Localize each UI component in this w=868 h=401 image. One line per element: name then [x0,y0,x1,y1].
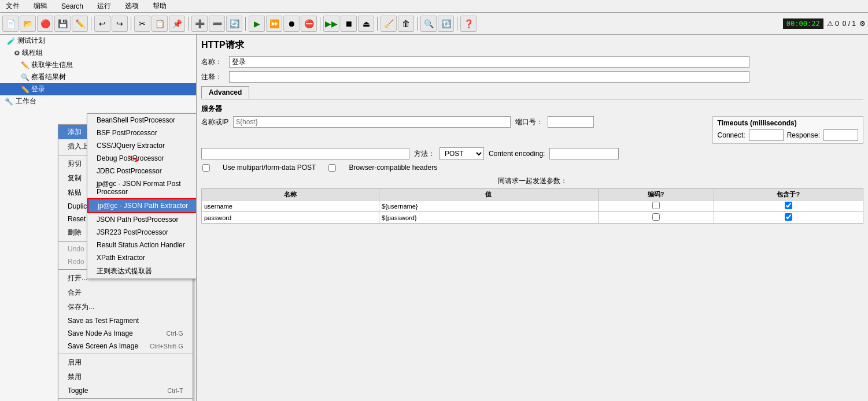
param-name-2: password [202,212,379,224]
undo-button[interactable]: ↩ [94,16,110,32]
expand-button[interactable]: ➕ [191,16,208,32]
open-button[interactable]: 📂 [20,16,36,32]
multipart-checkbox[interactable] [202,164,210,172]
test-plan-icon: 🧪 [7,37,16,45]
col-name: 名称 [202,189,379,200]
clear-all-button[interactable]: 🗑 [398,16,414,32]
tree-thread-group[interactable]: ⚙ 线程组 [0,47,196,59]
post-jdbc[interactable]: JDBC PostProcessor [87,165,197,177]
menu-bar: 文件 编辑 Search 运行 选项 帮助 [0,0,868,13]
save-all-button[interactable]: 💾 [54,16,71,32]
encoded-checkbox-2[interactable] [652,213,660,221]
new-button[interactable]: 📄 [2,16,19,32]
param-encoded-1 [598,200,714,212]
revert-button[interactable]: ✏️ [72,16,88,32]
tree-test-plan[interactable]: 🧪 测试计划 [0,35,196,47]
reset-button[interactable]: 🔃 [438,16,454,32]
response-input[interactable] [823,129,858,141]
main-layout: 🧪 测试计划 ⚙ 线程组 ✏️ 获取学生信息 🔍 察看结果树 ✏️ 登录 🔧 工… [0,35,868,401]
remote-start-button[interactable]: ▶▶ [323,16,339,32]
ctx-save-test-fragment[interactable]: Save as Test Fragment [58,314,193,327]
post-xpath[interactable]: XPath Extractor [87,251,197,264]
toolbar-right: 00:00:22 ⚠ 0 0 / 1 ⚙ [783,18,866,29]
connect-input[interactable] [749,129,784,141]
paste-button[interactable]: 📌 [169,16,185,32]
included-checkbox-2[interactable] [785,213,792,221]
panel-title: HTTP请求 [201,39,863,51]
collapse-button[interactable]: ➖ [209,16,225,32]
stop-now-button[interactable]: ⛔ [301,16,317,32]
post-bsf[interactable]: BSF PostProcessor [87,127,197,139]
ctx-enable[interactable]: 启用 [58,355,193,370]
fetch-label: 获取学生信息 [31,60,73,70]
post-debug-label: Debug PostProcessor [97,154,164,162]
ctx-save-screen-image-label: Save Screen As Image [68,342,138,350]
clear-button[interactable]: 🧹 [381,16,397,32]
ctx-toggle[interactable]: Toggle Ctrl-T [58,384,193,397]
rotate-button[interactable]: 🔄 [226,16,242,32]
ctx-cut-label: 剪切 [68,159,82,169]
ctx-open-label: 打开... [68,273,87,283]
comment-input[interactable] [229,71,749,83]
post-debug[interactable]: Debug PostProcessor [87,152,197,165]
post-json-format[interactable]: jp@gc - JSON Format Post Processor [87,177,197,198]
post-json-path[interactable]: jp@gc - JSON Path Extractor [87,198,197,213]
encoding-input[interactable] [549,148,619,159]
post-json-post-label: JSON Path PostProcessor [97,216,178,224]
tree-item-fetch[interactable]: ✏️ 获取学生信息 [0,59,196,71]
post-json-path-label: jp@gc - JSON Path Extractor [98,202,188,210]
tab-advanced[interactable]: Advanced [201,86,249,99]
port-input[interactable] [548,116,594,128]
remote-stop-button[interactable]: ⏹ [341,16,357,32]
ctx-save-as[interactable]: 保存为... [58,300,193,314]
post-json-post[interactable]: JSON Path PostProcessor [87,213,197,226]
ctx-merge[interactable]: 合并 [58,285,193,300]
content-panel: HTTP请求 名称： 注释： Advanced 服务器 名称或IP 端口号： [197,35,868,401]
ctx-disable[interactable]: 禁用 [58,370,193,384]
copy-button[interactable]: 📋 [152,16,168,32]
menu-help[interactable]: 帮助 [149,0,170,12]
tab-bar: Advanced [201,86,863,99]
method-select[interactable]: POST GET PUT DELETE [439,147,484,160]
tree-item-results[interactable]: 🔍 察看结果树 [0,71,196,83]
remote-stop-now-button[interactable]: ⏏ [358,16,374,32]
help-button[interactable]: ❓ [460,16,477,32]
tree-item-login[interactable]: ✏️ 登录 [0,83,196,95]
post-css[interactable]: CSS/JQuery Extractor [87,139,197,152]
post-result-status[interactable]: Result Status Action Handler [87,239,197,251]
menu-edit[interactable]: 编辑 [30,0,51,12]
ctx-save-node-image-shortcut: Ctrl-G [167,330,183,337]
menu-file[interactable]: 文件 [2,0,23,12]
start-button[interactable]: ▶ [249,16,265,32]
settings-icon[interactable]: ⚙ [859,20,866,28]
ctx-save-test-fragment-label: Save as Test Fragment [68,317,139,325]
encoded-checkbox-1[interactable] [652,202,660,209]
post-beanshell-label: BeanShell PostProcessor [97,116,175,124]
stop-button[interactable]: ⏺ [283,16,300,32]
cut-button[interactable]: ✂ [134,16,150,32]
post-beanshell[interactable]: BeanShell PostProcessor [87,114,197,127]
menu-search[interactable]: Search [58,1,87,12]
ctx-save-node-image[interactable]: Save Node As Image Ctrl-G [58,327,193,340]
redo-button[interactable]: ↪ [112,16,128,32]
post-xpath-label: XPath Extractor [97,254,145,262]
menu-run[interactable]: 运行 [94,0,114,12]
save-button[interactable]: 🔴 [37,16,53,32]
browser-checkbox[interactable] [328,164,336,172]
server-name-input[interactable] [233,116,511,128]
post-regex[interactable]: 正则表达式提取器 [87,264,197,279]
ctx-save-screen-image[interactable]: Save Screen As Image Ctrl+Shift-G [58,340,193,352]
name-input[interactable] [229,56,749,68]
param-included-2 [714,212,863,224]
port-label: 端口号： [515,117,543,127]
menu-options[interactable]: 选项 [121,0,142,12]
post-bsf-label: BSF PostProcessor [97,129,157,137]
path-input[interactable] [201,148,409,159]
search-button[interactable]: 🔍 [420,16,437,32]
start-no-pauses-button[interactable]: ⏩ [266,16,282,32]
post-result-status-label: Result Status Action Handler [97,241,185,249]
post-jsr223[interactable]: JSR223 PostProcessor [87,226,197,239]
workbench-item[interactable]: 🔧 工作台 [0,95,196,107]
post-css-label: CSS/JQuery Extractor [97,142,165,150]
included-checkbox-1[interactable] [785,202,792,209]
